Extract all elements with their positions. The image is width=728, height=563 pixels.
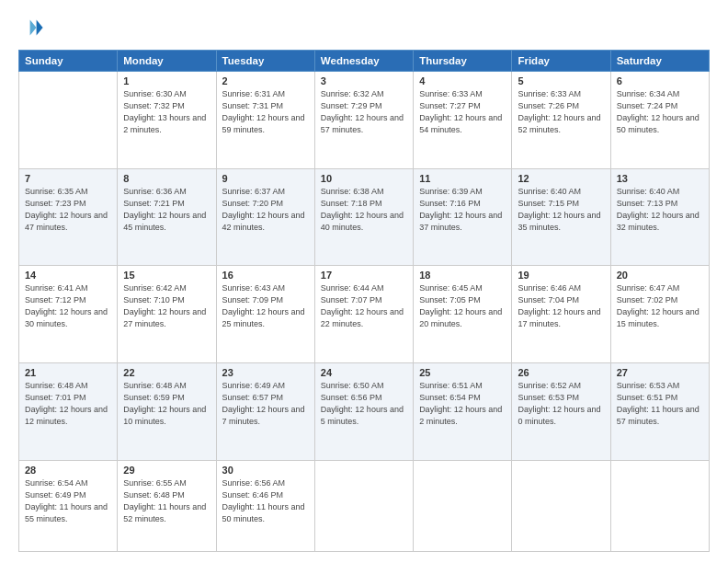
day-info: Sunrise: 6:46 AMSunset: 7:04 PMDaylight:…	[518, 282, 604, 330]
day-info: Sunrise: 6:40 AMSunset: 7:15 PMDaylight:…	[518, 186, 604, 234]
day-info: Sunrise: 6:54 AMSunset: 6:49 PMDaylight:…	[25, 477, 111, 525]
calendar-cell: 2Sunrise: 6:31 AMSunset: 7:31 PMDaylight…	[216, 72, 314, 169]
calendar-cell: 15Sunrise: 6:42 AMSunset: 7:10 PMDayligh…	[118, 266, 216, 363]
day-number: 28	[25, 465, 111, 476]
day-info: Sunrise: 6:44 AMSunset: 7:07 PMDaylight:…	[321, 282, 407, 330]
day-number: 16	[222, 270, 309, 281]
day-info: Sunrise: 6:45 AMSunset: 7:05 PMDaylight:…	[419, 282, 506, 330]
calendar-cell: 22Sunrise: 6:48 AMSunset: 6:59 PMDayligh…	[118, 362, 216, 460]
calendar-cell: 10Sunrise: 6:38 AMSunset: 7:18 PMDayligh…	[314, 168, 413, 266]
day-info: Sunrise: 6:31 AMSunset: 7:31 PMDaylight:…	[222, 88, 309, 136]
day-info: Sunrise: 6:43 AMSunset: 7:09 PMDaylight:…	[222, 282, 309, 330]
calendar-cell: 14Sunrise: 6:41 AMSunset: 7:12 PMDayligh…	[19, 266, 118, 363]
calendar-header: SundayMondayTuesdayWednesdayThursdayFrid…	[19, 51, 710, 72]
day-number: 27	[617, 367, 703, 378]
calendar-week-row: 28Sunrise: 6:54 AMSunset: 6:49 PMDayligh…	[19, 460, 710, 551]
day-number: 30	[222, 465, 309, 476]
day-number: 7	[25, 173, 111, 184]
calendar-cell: 29Sunrise: 6:55 AMSunset: 6:48 PMDayligh…	[118, 460, 216, 551]
calendar-cell: 27Sunrise: 6:53 AMSunset: 6:51 PMDayligh…	[610, 362, 709, 460]
weekday-header: Sunday	[19, 51, 118, 72]
day-number: 4	[419, 75, 506, 86]
day-number: 1	[123, 75, 210, 86]
calendar-cell: 19Sunrise: 6:46 AMSunset: 7:04 PMDayligh…	[512, 266, 610, 363]
calendar-body: 1Sunrise: 6:30 AMSunset: 7:32 PMDaylight…	[19, 72, 710, 552]
day-info: Sunrise: 6:49 AMSunset: 6:57 PMDaylight:…	[222, 380, 309, 428]
calendar-cell: 6Sunrise: 6:34 AMSunset: 7:24 PMDaylight…	[610, 72, 709, 169]
calendar-cell: 13Sunrise: 6:40 AMSunset: 7:13 PMDayligh…	[610, 168, 709, 266]
day-info: Sunrise: 6:51 AMSunset: 6:54 PMDaylight:…	[419, 380, 506, 428]
day-number: 20	[617, 270, 703, 281]
day-info: Sunrise: 6:48 AMSunset: 6:59 PMDaylight:…	[123, 380, 210, 428]
day-number: 21	[25, 367, 111, 378]
day-info: Sunrise: 6:41 AMSunset: 7:12 PMDaylight:…	[25, 282, 111, 330]
day-info: Sunrise: 6:55 AMSunset: 6:48 PMDaylight:…	[123, 477, 210, 525]
day-info: Sunrise: 6:33 AMSunset: 7:27 PMDaylight:…	[419, 88, 506, 136]
day-info: Sunrise: 6:37 AMSunset: 7:20 PMDaylight:…	[222, 186, 309, 234]
day-info: Sunrise: 6:33 AMSunset: 7:26 PMDaylight:…	[518, 88, 604, 136]
calendar-cell: 28Sunrise: 6:54 AMSunset: 6:49 PMDayligh…	[19, 460, 118, 551]
day-info: Sunrise: 6:56 AMSunset: 6:46 PMDaylight:…	[222, 477, 309, 525]
calendar-cell	[610, 460, 709, 551]
day-info: Sunrise: 6:48 AMSunset: 7:01 PMDaylight:…	[25, 380, 111, 428]
day-number: 25	[419, 367, 506, 378]
weekday-header: Tuesday	[216, 51, 314, 72]
calendar-week-row: 1Sunrise: 6:30 AMSunset: 7:32 PMDaylight…	[19, 72, 710, 169]
calendar-cell: 16Sunrise: 6:43 AMSunset: 7:09 PMDayligh…	[216, 266, 314, 363]
day-info: Sunrise: 6:35 AMSunset: 7:23 PMDaylight:…	[25, 186, 111, 234]
logo	[18, 15, 48, 40]
calendar-cell	[512, 460, 610, 551]
day-number: 18	[419, 270, 506, 281]
calendar-cell: 17Sunrise: 6:44 AMSunset: 7:07 PMDayligh…	[314, 266, 413, 363]
calendar-cell: 25Sunrise: 6:51 AMSunset: 6:54 PMDayligh…	[414, 362, 512, 460]
day-number: 26	[518, 367, 604, 378]
weekday-header: Thursday	[414, 51, 512, 72]
day-number: 15	[123, 270, 210, 281]
calendar-cell: 8Sunrise: 6:36 AMSunset: 7:21 PMDaylight…	[118, 168, 216, 266]
day-number: 9	[222, 173, 309, 184]
calendar-cell: 23Sunrise: 6:49 AMSunset: 6:57 PMDayligh…	[216, 362, 314, 460]
calendar-week-row: 14Sunrise: 6:41 AMSunset: 7:12 PMDayligh…	[19, 266, 710, 363]
calendar-cell	[414, 460, 512, 551]
calendar-cell: 26Sunrise: 6:52 AMSunset: 6:53 PMDayligh…	[512, 362, 610, 460]
calendar-cell: 21Sunrise: 6:48 AMSunset: 7:01 PMDayligh…	[19, 362, 118, 460]
calendar-cell: 4Sunrise: 6:33 AMSunset: 7:27 PMDaylight…	[414, 72, 512, 169]
page: SundayMondayTuesdayWednesdayThursdayFrid…	[0, 0, 728, 563]
day-info: Sunrise: 6:42 AMSunset: 7:10 PMDaylight:…	[123, 282, 210, 330]
day-number: 22	[123, 367, 210, 378]
day-number: 13	[617, 173, 703, 184]
svg-marker-1	[30, 20, 37, 36]
day-number: 14	[25, 270, 111, 281]
day-number: 17	[321, 270, 407, 281]
day-number: 10	[321, 173, 407, 184]
day-number: 12	[518, 173, 604, 184]
weekday-header: Saturday	[610, 51, 709, 72]
calendar-cell	[314, 460, 413, 551]
day-info: Sunrise: 6:32 AMSunset: 7:29 PMDaylight:…	[321, 88, 407, 136]
logo-icon	[18, 15, 44, 40]
weekday-header: Friday	[512, 51, 610, 72]
calendar-week-row: 21Sunrise: 6:48 AMSunset: 7:01 PMDayligh…	[19, 362, 710, 460]
calendar-cell: 5Sunrise: 6:33 AMSunset: 7:26 PMDaylight…	[512, 72, 610, 169]
day-number: 19	[518, 270, 604, 281]
day-info: Sunrise: 6:52 AMSunset: 6:53 PMDaylight:…	[518, 380, 604, 428]
calendar: SundayMondayTuesdayWednesdayThursdayFrid…	[18, 50, 710, 552]
calendar-cell: 18Sunrise: 6:45 AMSunset: 7:05 PMDayligh…	[414, 266, 512, 363]
day-number: 6	[617, 75, 703, 86]
header	[18, 15, 710, 40]
day-number: 2	[222, 75, 309, 86]
day-number: 5	[518, 75, 604, 86]
calendar-cell	[19, 72, 118, 169]
calendar-cell: 11Sunrise: 6:39 AMSunset: 7:16 PMDayligh…	[414, 168, 512, 266]
calendar-cell: 9Sunrise: 6:37 AMSunset: 7:20 PMDaylight…	[216, 168, 314, 266]
day-info: Sunrise: 6:50 AMSunset: 6:56 PMDaylight:…	[321, 380, 407, 428]
calendar-cell: 7Sunrise: 6:35 AMSunset: 7:23 PMDaylight…	[19, 168, 118, 266]
calendar-cell: 3Sunrise: 6:32 AMSunset: 7:29 PMDaylight…	[314, 72, 413, 169]
day-info: Sunrise: 6:30 AMSunset: 7:32 PMDaylight:…	[123, 88, 210, 136]
weekday-header: Wednesday	[314, 51, 413, 72]
weekday-header: Monday	[118, 51, 216, 72]
day-number: 23	[222, 367, 309, 378]
weekday-row: SundayMondayTuesdayWednesdayThursdayFrid…	[19, 51, 710, 72]
calendar-cell: 30Sunrise: 6:56 AMSunset: 6:46 PMDayligh…	[216, 460, 314, 551]
day-info: Sunrise: 6:36 AMSunset: 7:21 PMDaylight:…	[123, 186, 210, 234]
